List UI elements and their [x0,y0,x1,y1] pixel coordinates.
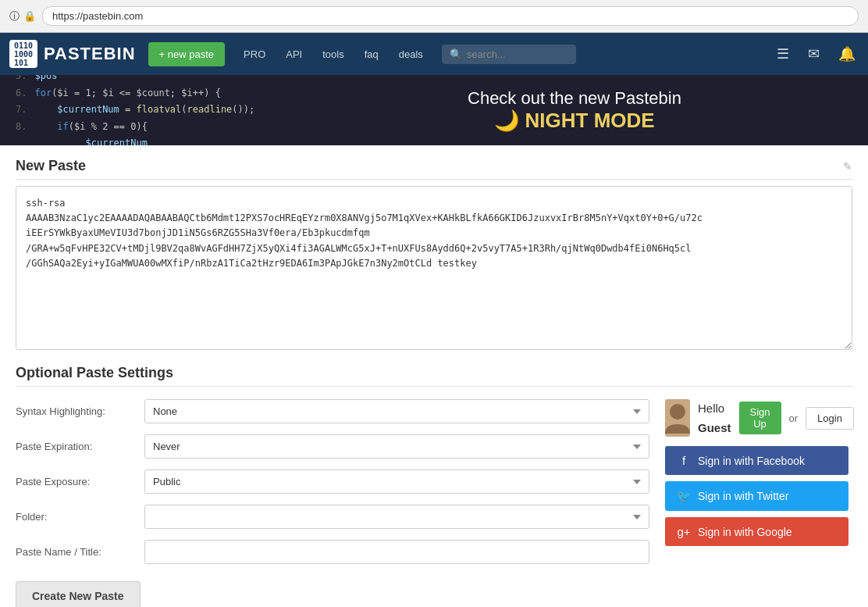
nav-link-faq[interactable]: faq [355,42,388,66]
google-icon: g+ [676,525,692,538]
folder-label: Folder: [16,511,137,523]
paste-section-title: New Paste [16,158,843,174]
search-icon: 🔍 [450,48,462,60]
lock-icon: 🔒 [23,10,36,22]
nav-link-deals[interactable]: deals [390,42,432,66]
expiration-row: Paste Expiration: Never 10 Minutes 1 Hou… [16,434,649,459]
nav-link-tools[interactable]: tools [313,42,353,66]
settings-left: Syntax Highlighting: None C PHP Python P… [16,399,649,607]
ad-code-display: 5.$pos 6.for($i = 1; $i <= $count; $i++)… [0,75,281,145]
syntax-row: Syntax Highlighting: None C PHP Python [16,399,649,423]
signup-button[interactable]: Sign Up [739,402,781,434]
exposure-label: Paste Exposure: [16,476,137,487]
twitter-icon: 🐦 [676,489,692,503]
bell-icon[interactable]: 🔔 [835,42,859,66]
ad-night-mode: 🌙 NIGHT MODE [281,109,868,133]
facebook-signin-button[interactable]: f Sign in with Facebook [665,446,848,475]
paste-editor[interactable]: ssh-rsa AAAAB3NzaC1yc2EAAAADAQABAABAQCtb… [16,186,852,350]
ad-text: Check out the new Pastebin 🌙 NIGHT MODE [281,88,868,133]
paste-name-input[interactable] [144,540,649,564]
ad-banner: 5.$pos 6.for($i = 1; $i <= $count; $i++)… [0,75,868,145]
hello-row: Hello Guest Sign Up or Login [665,399,852,437]
info-icon: ⓘ [9,9,20,23]
logo-container: 01101000101 PASTEBIN [9,40,136,68]
login-box: Hello Guest Sign Up or Login f Sign in w… [665,399,852,546]
expiration-select[interactable]: Never 10 Minutes 1 Hour 1 Day [144,434,649,459]
expiration-label: Paste Expiration: [16,441,137,452]
top-nav: 01101000101 PASTEBIN + new paste PRO API… [0,33,868,75]
paste-list-icon[interactable]: ☰ [774,42,792,66]
browser-icons: ⓘ 🔒 [9,9,36,23]
settings-section: Syntax Highlighting: None C PHP Python P… [16,399,852,607]
browser-bar: ⓘ 🔒 https://pastebin.com [0,0,868,33]
avatar [665,399,690,437]
svg-point-0 [670,404,685,420]
edit-icon[interactable]: ✎ [843,160,852,173]
create-row: Create New Paste [16,575,649,607]
or-text: or [789,412,799,424]
search-container: 🔍 [442,45,576,64]
new-paste-button[interactable]: + new paste [148,42,225,66]
google-signin-button[interactable]: g+ Sign in with Google [665,517,848,546]
hello-text: Hello Guest [698,402,731,434]
name-label: Paste Name / Title: [16,546,137,558]
exposure-select[interactable]: Public Unlisted Private [144,470,649,494]
logo-text[interactable]: PASTEBIN [44,44,136,64]
twitter-signin-button[interactable]: 🐦 Sign in with Twitter [665,481,848,511]
main-content: New Paste ✎ ssh-rsa AAAAB3NzaC1yc2EAAAAD… [0,145,868,607]
create-new-paste-button[interactable]: Create New Paste [16,581,141,607]
nav-link-api[interactable]: API [276,42,311,66]
syntax-select[interactable]: None C PHP Python [144,399,649,423]
logo-icon: 01101000101 [9,40,37,68]
username-display: Guest [698,421,731,434]
folder-select[interactable] [144,505,649,529]
exposure-row: Paste Exposure: Public Unlisted Private [16,470,649,494]
address-bar[interactable]: https://pastebin.com [42,6,859,26]
settings-right: Hello Guest Sign Up or Login f Sign in w… [665,399,852,607]
settings-section-title: Optional Paste Settings [16,365,852,387]
url-display: https://pastebin.com [52,10,143,22]
facebook-icon: f [676,454,692,467]
nav-links: PRO API tools faq deals [234,42,432,66]
nav-link-pro[interactable]: PRO [234,42,275,66]
syntax-label: Syntax Highlighting: [16,405,137,417]
folder-row: Folder: [16,505,649,529]
search-input[interactable] [467,48,568,60]
nav-right: ☰ ✉ 🔔 [774,42,859,66]
name-row: Paste Name / Title: [16,540,649,564]
mail-icon[interactable]: ✉ [805,42,823,66]
login-button[interactable]: Login [806,407,854,430]
